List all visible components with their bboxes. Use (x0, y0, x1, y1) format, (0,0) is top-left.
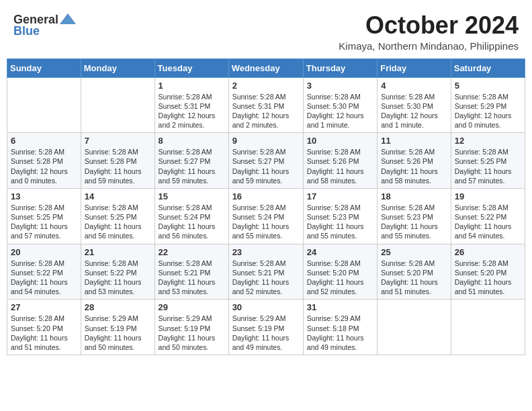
day-info: Sunrise: 5:28 AMSunset: 5:22 PMDaylight:… (455, 203, 521, 241)
day-number: 6 (11, 136, 77, 146)
day-number: 13 (11, 191, 77, 201)
day-info: Sunrise: 5:28 AMSunset: 5:28 PMDaylight:… (85, 147, 151, 185)
day-info: Sunrise: 5:28 AMSunset: 5:22 PMDaylight:… (85, 259, 151, 297)
calendar-day-cell: 24Sunrise: 5:28 AMSunset: 5:20 PMDayligh… (303, 244, 377, 300)
calendar-day-cell (378, 300, 451, 355)
calendar-day-cell: 15Sunrise: 5:28 AMSunset: 5:24 PMDayligh… (154, 188, 228, 244)
day-number: 22 (159, 247, 225, 257)
calendar-week-row: 13Sunrise: 5:28 AMSunset: 5:25 PMDayligh… (7, 188, 525, 244)
month-title: October 2024 (339, 12, 519, 39)
calendar-table: SundayMondayTuesdayWednesdayThursdayFrid… (7, 58, 525, 355)
day-number: 12 (455, 136, 521, 146)
day-number: 29 (159, 302, 225, 312)
day-info: Sunrise: 5:28 AMSunset: 5:26 PMDaylight:… (381, 147, 447, 185)
day-info: Sunrise: 5:29 AMSunset: 5:19 PMDaylight:… (159, 314, 225, 352)
day-info: Sunrise: 5:28 AMSunset: 5:30 PMDaylight:… (307, 92, 373, 130)
calendar-day-cell: 12Sunrise: 5:28 AMSunset: 5:25 PMDayligh… (451, 133, 525, 189)
logo: General Blue (13, 12, 77, 38)
day-info: Sunrise: 5:28 AMSunset: 5:31 PMDaylight:… (159, 92, 225, 130)
day-info: Sunrise: 5:28 AMSunset: 5:21 PMDaylight:… (159, 259, 225, 297)
day-info: Sunrise: 5:28 AMSunset: 5:24 PMDaylight:… (232, 203, 300, 241)
calendar-day-cell: 27Sunrise: 5:28 AMSunset: 5:20 PMDayligh… (7, 300, 81, 355)
calendar-day-cell: 23Sunrise: 5:28 AMSunset: 5:21 PMDayligh… (228, 244, 303, 300)
calendar-day-cell: 9Sunrise: 5:28 AMSunset: 5:27 PMDaylight… (228, 133, 303, 189)
day-info: Sunrise: 5:29 AMSunset: 5:19 PMDaylight:… (232, 314, 300, 352)
day-info: Sunrise: 5:28 AMSunset: 5:21 PMDaylight:… (232, 259, 300, 297)
day-number: 5 (455, 81, 521, 91)
calendar-day-cell: 17Sunrise: 5:28 AMSunset: 5:23 PMDayligh… (303, 188, 377, 244)
day-info: Sunrise: 5:29 AMSunset: 5:18 PMDaylight:… (307, 314, 373, 352)
calendar-day-cell: 29Sunrise: 5:29 AMSunset: 5:19 PMDayligh… (154, 300, 228, 355)
day-number: 25 (381, 247, 447, 257)
day-number: 26 (455, 247, 521, 257)
calendar-day-cell: 28Sunrise: 5:29 AMSunset: 5:19 PMDayligh… (81, 300, 154, 355)
day-number: 24 (307, 247, 373, 257)
calendar-day-cell: 5Sunrise: 5:28 AMSunset: 5:29 PMDaylight… (451, 77, 525, 133)
calendar-day-cell: 2Sunrise: 5:28 AMSunset: 5:31 PMDaylight… (228, 77, 303, 133)
calendar-day-cell: 18Sunrise: 5:28 AMSunset: 5:23 PMDayligh… (378, 188, 451, 244)
calendar-day-cell: 1Sunrise: 5:28 AMSunset: 5:31 PMDaylight… (154, 77, 228, 133)
day-number: 19 (455, 191, 521, 201)
calendar-day-cell: 21Sunrise: 5:28 AMSunset: 5:22 PMDayligh… (81, 244, 154, 300)
day-info: Sunrise: 5:28 AMSunset: 5:30 PMDaylight:… (381, 92, 447, 130)
calendar-day-cell: 26Sunrise: 5:28 AMSunset: 5:20 PMDayligh… (451, 244, 525, 300)
day-of-week-header: Wednesday (228, 58, 303, 77)
day-number: 9 (232, 136, 300, 146)
day-info: Sunrise: 5:28 AMSunset: 5:25 PMDaylight:… (11, 203, 77, 241)
day-info: Sunrise: 5:28 AMSunset: 5:29 PMDaylight:… (455, 92, 521, 130)
calendar-header-row: SundayMondayTuesdayWednesdayThursdayFrid… (7, 58, 525, 77)
day-of-week-header: Monday (81, 58, 154, 77)
day-number: 14 (85, 191, 151, 201)
day-info: Sunrise: 5:28 AMSunset: 5:23 PMDaylight:… (307, 203, 373, 241)
day-number: 10 (307, 136, 373, 146)
calendar-week-row: 20Sunrise: 5:28 AMSunset: 5:22 PMDayligh… (7, 244, 525, 300)
day-of-week-header: Sunday (7, 58, 81, 77)
header: General Blue October 2024 Kimaya, Northe… (7, 7, 525, 56)
calendar-day-cell: 22Sunrise: 5:28 AMSunset: 5:21 PMDayligh… (154, 244, 228, 300)
day-of-week-header: Tuesday (154, 58, 228, 77)
day-info: Sunrise: 5:28 AMSunset: 5:27 PMDaylight:… (159, 147, 225, 185)
title-block: October 2024 Kimaya, Northern Mindanao, … (339, 12, 519, 52)
calendar-week-row: 1Sunrise: 5:28 AMSunset: 5:31 PMDaylight… (7, 77, 525, 133)
calendar-week-row: 6Sunrise: 5:28 AMSunset: 5:28 PMDaylight… (7, 133, 525, 189)
day-info: Sunrise: 5:28 AMSunset: 5:26 PMDaylight:… (307, 147, 373, 185)
calendar-day-cell: 13Sunrise: 5:28 AMSunset: 5:25 PMDayligh… (7, 188, 81, 244)
calendar-day-cell (7, 77, 81, 133)
day-of-week-header: Saturday (451, 58, 525, 77)
day-info: Sunrise: 5:28 AMSunset: 5:20 PMDaylight:… (381, 259, 447, 297)
day-number: 18 (381, 191, 447, 201)
calendar-day-cell: 10Sunrise: 5:28 AMSunset: 5:26 PMDayligh… (303, 133, 377, 189)
day-number: 1 (159, 81, 225, 91)
calendar-day-cell: 4Sunrise: 5:28 AMSunset: 5:30 PMDaylight… (378, 77, 451, 133)
day-info: Sunrise: 5:28 AMSunset: 5:25 PMDaylight:… (455, 147, 521, 185)
day-info: Sunrise: 5:28 AMSunset: 5:20 PMDaylight:… (455, 259, 521, 297)
calendar-day-cell: 30Sunrise: 5:29 AMSunset: 5:19 PMDayligh… (228, 300, 303, 355)
day-number: 7 (85, 136, 151, 146)
calendar-day-cell: 6Sunrise: 5:28 AMSunset: 5:28 PMDaylight… (7, 133, 81, 189)
day-number: 27 (11, 302, 77, 312)
location-title: Kimaya, Northern Mindanao, Philippines (339, 40, 519, 52)
day-of-week-header: Friday (378, 58, 451, 77)
day-info: Sunrise: 5:28 AMSunset: 5:25 PMDaylight:… (85, 203, 151, 241)
day-number: 17 (307, 191, 373, 201)
day-info: Sunrise: 5:28 AMSunset: 5:22 PMDaylight:… (11, 259, 77, 297)
calendar-day-cell: 11Sunrise: 5:28 AMSunset: 5:26 PMDayligh… (378, 133, 451, 189)
day-info: Sunrise: 5:28 AMSunset: 5:27 PMDaylight:… (232, 147, 300, 185)
day-number: 8 (159, 136, 225, 146)
calendar-day-cell: 31Sunrise: 5:29 AMSunset: 5:18 PMDayligh… (303, 300, 377, 355)
calendar-day-cell: 20Sunrise: 5:28 AMSunset: 5:22 PMDayligh… (7, 244, 81, 300)
logo-blue-text: Blue (13, 24, 40, 38)
day-info: Sunrise: 5:28 AMSunset: 5:28 PMDaylight:… (11, 147, 77, 185)
day-info: Sunrise: 5:28 AMSunset: 5:20 PMDaylight:… (307, 259, 373, 297)
day-number: 23 (232, 247, 300, 257)
calendar-day-cell: 19Sunrise: 5:28 AMSunset: 5:22 PMDayligh… (451, 188, 525, 244)
day-info: Sunrise: 5:28 AMSunset: 5:31 PMDaylight:… (232, 92, 300, 130)
day-info: Sunrise: 5:28 AMSunset: 5:20 PMDaylight:… (11, 314, 77, 352)
calendar-day-cell: 8Sunrise: 5:28 AMSunset: 5:27 PMDaylight… (154, 133, 228, 189)
calendar-day-cell: 3Sunrise: 5:28 AMSunset: 5:30 PMDaylight… (303, 77, 377, 133)
calendar-day-cell: 16Sunrise: 5:28 AMSunset: 5:24 PMDayligh… (228, 188, 303, 244)
day-number: 28 (85, 302, 151, 312)
day-number: 20 (11, 247, 77, 257)
day-number: 30 (232, 302, 300, 312)
calendar-day-cell: 7Sunrise: 5:28 AMSunset: 5:28 PMDaylight… (81, 133, 154, 189)
